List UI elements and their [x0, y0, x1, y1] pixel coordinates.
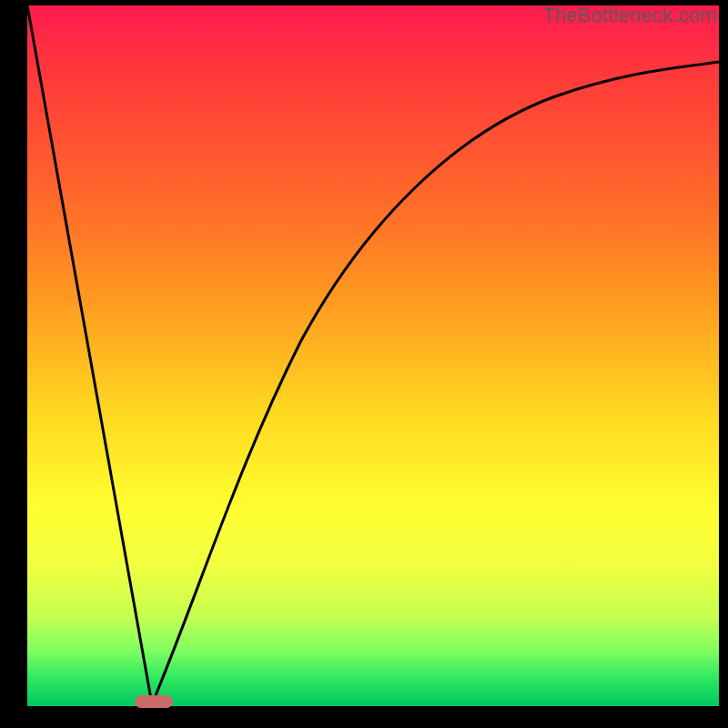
curve-right-branch — [152, 62, 719, 704]
chart-frame: TheBottleneck.com — [0, 0, 728, 728]
plot-area — [27, 5, 719, 706]
watermark-text: TheBottleneck.com — [542, 4, 717, 27]
curve-left-branch — [27, 5, 152, 704]
bottleneck-curve — [27, 5, 719, 706]
optimum-marker — [135, 695, 173, 708]
